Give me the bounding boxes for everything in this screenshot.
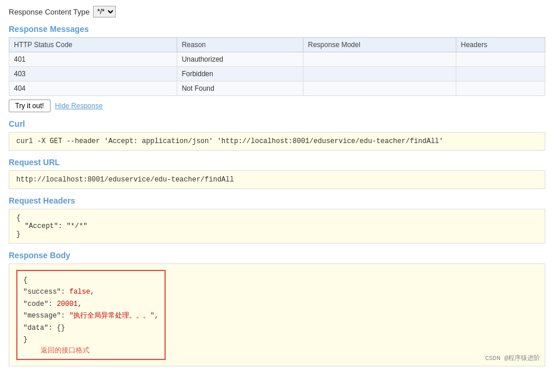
table-row: 401Unauthorized [9, 52, 545, 67]
col-status-code: HTTP Status Code [9, 38, 177, 52]
col-reason: Reason [177, 38, 303, 52]
response-body-line: "code": 20001, [23, 298, 159, 310]
response-body-annotation: 返回的接口格式 [41, 346, 90, 354]
response-body-line: "data": {} [23, 322, 159, 334]
response-body-section-label: Response Body [9, 251, 545, 260]
response-content-type-label: Response Content Type [9, 8, 90, 16]
col-response-model: Response Model [303, 38, 456, 52]
response-body-inner: { "success": false, "code": 20001, "mess… [16, 270, 166, 360]
response-messages-table: HTTP Status Code Reason Response Model H… [9, 37, 545, 96]
table-row: 404Not Found [9, 81, 545, 96]
response-body-line: } [23, 334, 159, 345]
col-headers: Headers [456, 38, 545, 52]
request-headers-section-label: Request Headers [9, 196, 545, 205]
response-body-line: "success": false, [23, 286, 159, 298]
response-body-box: { "success": false, "code": 20001, "mess… [9, 263, 545, 366]
request-url-section-label: Request URL [9, 158, 545, 167]
curl-code-box: curl -X GET --header 'Accept: applicatio… [9, 132, 545, 151]
response-content-type-row: Response Content Type */* [9, 6, 545, 17]
try-it-out-button[interactable]: Try it out! [9, 99, 51, 112]
hide-response-button[interactable]: Hide Response [55, 102, 103, 110]
watermark: CSDN @程序猿进阶 [485, 354, 540, 362]
request-headers-box: { "Accept": "*/*" } [9, 209, 545, 244]
response-body-line: "message": "执行全局异常处理。。。", [23, 310, 159, 322]
response-messages-section-label: Response Messages [9, 24, 545, 34]
request-url-box: http://localhost:8001/eduservice/edu-tea… [9, 170, 545, 189]
table-row: 403Forbidden [9, 67, 545, 81]
curl-section-label: Curl [9, 119, 545, 129]
response-body-line: { [23, 275, 159, 286]
action-buttons-row: Try it out! Hide Response [9, 99, 545, 112]
response-content-type-select[interactable]: */* [93, 6, 116, 17]
